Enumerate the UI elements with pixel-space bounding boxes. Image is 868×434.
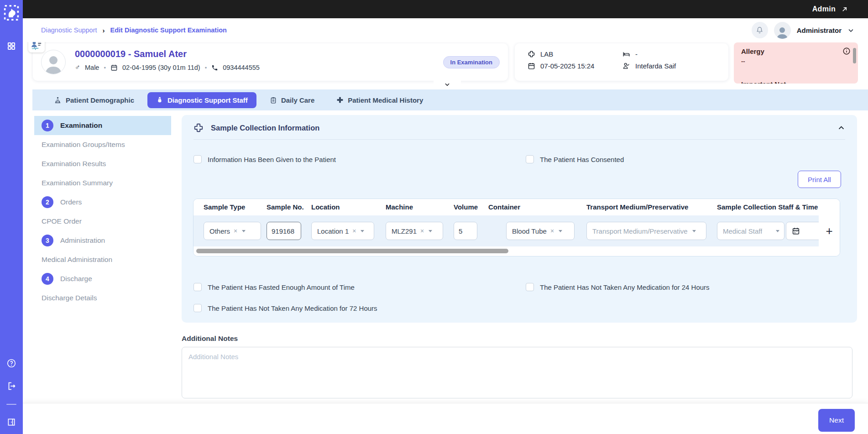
exit-door-icon[interactable] (7, 418, 16, 427)
medical-cross-icon (528, 50, 535, 58)
info-icon[interactable] (842, 47, 851, 55)
patient-card-collapse-button[interactable] (434, 75, 461, 89)
tab-daily-care[interactable]: Daily Care (261, 92, 323, 108)
footer-bar: Next (23, 403, 868, 434)
chevron-down-icon (444, 81, 451, 88)
tab-patient-demographic[interactable]: Patient Demographic (45, 92, 143, 108)
menu-item-cpoe-order[interactable]: CPOE Order (34, 212, 171, 231)
allergy-value: -- (741, 58, 851, 65)
checkbox-box[interactable] (526, 155, 534, 163)
patient-meta: ♂ Male • 02-04-1995 (30y 01m 11d) • 0934… (75, 63, 260, 72)
checkbox-box[interactable] (193, 283, 202, 291)
checkbox-label: The Patient Has Not Taken Any Medication… (208, 304, 377, 312)
allergy-scrollbar[interactable] (853, 48, 856, 63)
external-link-icon[interactable] (841, 6, 848, 13)
tabs-bar: Patient Demographic Diagnostic Support S… (32, 89, 868, 110)
patient-dob: 02-04-1995 (30y 01m 11d) (122, 64, 200, 71)
menu-label: Administration (60, 236, 105, 245)
sample-collection-section: Sample Collection Information Informatio… (182, 115, 857, 323)
location-select[interactable]: Location 1 × (311, 222, 374, 240)
collapse-section-button[interactable] (837, 124, 845, 132)
user-name-dropdown[interactable]: Administrator (797, 26, 842, 34)
checkbox-patient-consented[interactable]: The Patient Has Consented (526, 155, 624, 163)
medical-staff-select[interactable]: Medical Staff (717, 222, 784, 240)
next-button[interactable]: Next (818, 409, 855, 432)
add-sample-row-button[interactable]: + (826, 225, 832, 237)
menu-item-discharge-details[interactable]: Discharge Details (34, 288, 171, 308)
apps-grid-icon[interactable] (7, 42, 16, 52)
chevron-up-icon (837, 124, 845, 132)
menu-item-administration[interactable]: 3 Administration (34, 231, 171, 250)
checkbox-box[interactable] (193, 304, 202, 312)
admin-env-label[interactable]: Admin (812, 5, 836, 13)
notifications-button[interactable] (752, 22, 768, 38)
breadcrumb-separator: › (103, 26, 105, 34)
col-volume: Volume (454, 203, 478, 211)
visit-datetime: 07-05-2025 15:24 (540, 62, 594, 70)
checkbox-label: The Patient Has Consented (540, 156, 624, 163)
breadcrumb-parent-link[interactable]: Diagnostic Support (41, 26, 97, 34)
clear-icon[interactable]: × (234, 227, 237, 235)
tab-patient-medical-history[interactable]: Patient Medical History (328, 92, 432, 108)
menu-item-orders[interactable]: 2 Orders (34, 193, 171, 212)
menu-item-examination-groups-items[interactable]: Examination Groups/Items (34, 135, 171, 154)
menu-item-examination-results[interactable]: Examination Results (34, 154, 171, 173)
sample-table-header: Sample Type Sample No. Location Machine … (193, 199, 840, 215)
checkbox-box[interactable] (526, 283, 534, 291)
app-logo-icon[interactable] (3, 3, 20, 22)
logout-icon[interactable] (6, 381, 16, 391)
chevron-down-icon[interactable] (847, 27, 854, 34)
bell-icon (755, 26, 764, 35)
phone-icon (211, 64, 218, 71)
sample-table: Sample Type Sample No. Location Machine … (193, 199, 840, 256)
step-number: 4 (42, 273, 53, 285)
flask-icon (156, 96, 163, 104)
checkbox-info-given[interactable]: Information Has Been Given to the Patien… (193, 155, 336, 163)
menu-label: Medical Administration (42, 256, 112, 264)
male-icon: ♂ (75, 63, 80, 72)
step-number: 1 (42, 120, 53, 131)
menu-label: Examination Groups/Items (42, 141, 125, 149)
podium-person-icon (54, 96, 62, 104)
print-all-button[interactable]: Print All (798, 171, 841, 188)
tab-label: Daily Care (281, 96, 314, 104)
allergy-card: Allergy -- Important Not (734, 42, 858, 84)
calendar-icon (528, 62, 535, 70)
sample-type-select[interactable]: Others × (204, 222, 261, 240)
clear-icon[interactable]: × (550, 227, 554, 235)
tab-diagnostic-support-staff[interactable]: Diagnostic Support Staff (147, 92, 256, 108)
patient-phone: 0934444555 (223, 64, 260, 71)
collection-datetime-picker[interactable] (786, 222, 820, 240)
medical-cross-icon (336, 96, 344, 104)
container-select[interactable]: Blood Tube × (506, 222, 575, 240)
sample-table-row: Others × Location 1 × MLZ291 × Bloo (193, 215, 820, 246)
transport-medium-select[interactable]: Transport Medium/Preservative (586, 222, 706, 240)
caret-down-icon (361, 230, 364, 232)
step-number: 3 (42, 235, 53, 246)
col-machine: Machine (386, 203, 413, 211)
user-avatar[interactable] (774, 22, 791, 39)
breadcrumb: Diagnostic Support › Edit Diagnostic Sup… (41, 26, 227, 34)
machine-select[interactable]: MLZ291 × (386, 222, 443, 240)
patient-id-name: 0000000019 - Samuel Ater (75, 49, 187, 59)
visit-info-card: LAB 07-05-2025 15:24 - (515, 43, 728, 81)
clear-icon[interactable]: × (352, 227, 356, 235)
menu-item-examination[interactable]: 1 Examination (34, 116, 171, 135)
menu-item-examination-summary[interactable]: Examination Summary (34, 173, 171, 193)
checkbox-no-medication-72h[interactable]: The Patient Has Not Taken Any Medication… (193, 304, 377, 312)
app-window: Admin Diagnostic Support › Edit Diagnost… (0, 0, 868, 434)
help-icon[interactable] (6, 358, 16, 368)
allergy-title: Allergy (741, 47, 764, 55)
caret-down-icon (692, 230, 696, 232)
checkbox-fasted[interactable]: The Patient Has Fasted Enough Amount of … (193, 283, 355, 291)
section-divider (193, 139, 845, 140)
clear-icon[interactable]: × (420, 227, 424, 235)
volume-input[interactable] (454, 222, 477, 240)
checkbox-no-medication-24h[interactable]: The Patient Has Not Taken Any Medication… (526, 283, 710, 291)
menu-item-medical-administration[interactable]: Medical Administration (34, 250, 171, 269)
menu-item-discharge[interactable]: 4 Discharge (34, 269, 171, 288)
additional-notes-textarea[interactable] (182, 347, 852, 398)
checkbox-box[interactable] (193, 155, 202, 163)
table-hscroll-thumb[interactable] (196, 249, 508, 253)
sample-no-input[interactable] (267, 222, 301, 240)
